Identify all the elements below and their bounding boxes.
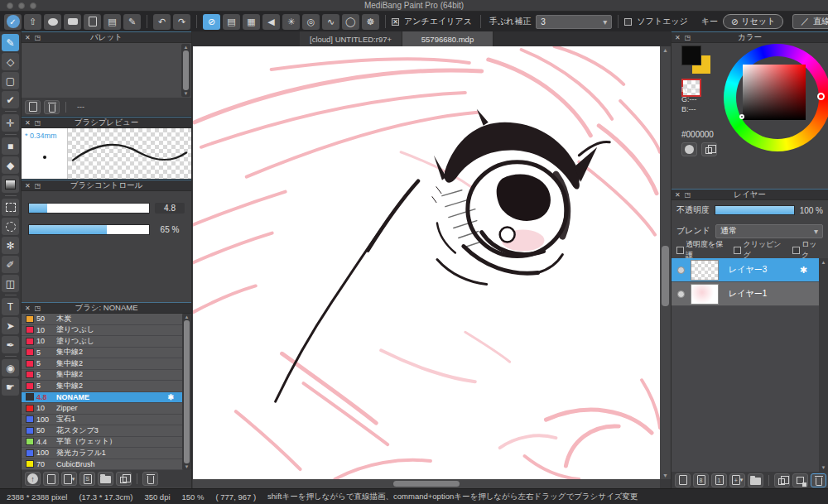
brush-list-item[interactable]: 10 塗りつぶし ✱ [22, 325, 182, 337]
magic-wand-tool[interactable]: ✻ [2, 237, 19, 254]
palette-swatch[interactable] [70, 46, 81, 55]
brush-folder-button[interactable] [98, 472, 113, 486]
script-brush-button[interactable]: S [79, 472, 95, 486]
canvas-vertical-scrollbar[interactable]: ▲ ▼ [660, 46, 671, 479]
layer-list-scrollbar[interactable]: ▲ ▼ [819, 258, 828, 472]
snap-vanishing-point-button[interactable]: ◀ [262, 14, 280, 30]
add-1bit-layer-button[interactable]: 1 [711, 473, 727, 487]
scroll-up-icon[interactable]: ▲ [184, 45, 189, 50]
brush-list-item[interactable]: 10 Zipper ✱ [22, 403, 182, 415]
slider-track[interactable] [28, 224, 150, 235]
layer-visibility-toggle[interactable] [677, 290, 685, 298]
snap-crosshatch-button[interactable]: ▦ [243, 14, 260, 30]
brush-list-item[interactable]: 4.8 NONAME ✱ [22, 392, 182, 404]
hand-tool[interactable]: ☛ [2, 378, 19, 396]
layer-row[interactable]: レイヤー3 ✱ [672, 258, 819, 282]
duplicate-layer-button[interactable] [774, 473, 790, 487]
brush-list-item[interactable]: 10 塗りつぶし ✱ [22, 336, 182, 348]
scroll-up-icon[interactable]: ▲ [662, 47, 668, 53]
palette-swatch[interactable] [94, 46, 104, 55]
delete-brush-button[interactable] [142, 472, 158, 486]
delete-layer-button[interactable] [811, 473, 826, 487]
brush-list-item[interactable]: 5 集中線2 ✱ [22, 381, 182, 392]
snap-concentric-button[interactable]: ◎ [302, 14, 320, 30]
publish-button[interactable]: ⇧ [24, 14, 41, 30]
edit-document-button[interactable]: ✎ [123, 14, 141, 30]
scroll-down-icon[interactable]: ▼ [821, 465, 826, 470]
foreground-color-swatch[interactable] [681, 46, 701, 65]
popout-icon[interactable]: ◳ [685, 34, 691, 41]
palette-dialog-button[interactable] [681, 142, 697, 156]
blend-mode-dropdown[interactable]: 通常 ▾ [715, 224, 823, 238]
close-icon[interactable]: ✕ [25, 182, 31, 190]
foreground-background-swatches[interactable] [681, 46, 711, 74]
antialias-checkbox[interactable]: ✕ [392, 18, 399, 26]
close-icon[interactable]: ✕ [675, 34, 681, 41]
control-point-tool[interactable]: ✔ [2, 91, 19, 108]
brush-list-item[interactable]: 5 集中線2 ✱ [22, 358, 182, 370]
layer-folder-button[interactable] [748, 473, 763, 487]
snap-off-button[interactable]: ⊘ [203, 14, 220, 30]
palette-swatch[interactable] [117, 46, 128, 55]
delete-palette-color-button[interactable] [44, 100, 60, 114]
bucket-tool[interactable]: ◆ [2, 156, 19, 174]
eraser-tool[interactable]: ◇ [2, 53, 19, 70]
select-lasso-tool[interactable] [2, 199, 19, 216]
upload-brush-button[interactable]: ↑ [25, 472, 41, 486]
select-rect-tool[interactable]: ■ [2, 137, 19, 155]
brush-list-scrollbar[interactable]: ▲ ▼ [182, 314, 191, 470]
figure-tool[interactable]: ▢ [2, 72, 19, 89]
popout-icon[interactable]: ◳ [35, 34, 41, 41]
chat-button[interactable] [64, 14, 81, 30]
protect-alpha-checkbox[interactable] [676, 247, 684, 254]
close-icon[interactable]: ✕ [25, 305, 31, 312]
scrollbar-thumb[interactable] [183, 50, 189, 90]
pen-tool[interactable]: ✒ [2, 336, 19, 353]
snap-ellipse-button[interactable]: ◯ [342, 14, 359, 30]
brush-list-item[interactable]: 50 花スタンプ3 ✱ [22, 425, 182, 437]
document-list-button[interactable]: ▤ [104, 14, 121, 30]
merge-layer-button[interactable] [792, 473, 808, 487]
palette-swatch[interactable] [47, 46, 58, 55]
palette-swatch[interactable] [105, 46, 116, 55]
palette-swatch[interactable] [128, 46, 139, 55]
brush-size-slider[interactable]: 4.8 [28, 203, 185, 214]
add-layer-menu-button[interactable]: +▾ [729, 473, 745, 487]
scroll-down-icon[interactable]: ▼ [184, 91, 189, 96]
popout-icon[interactable]: ◳ [35, 182, 41, 190]
canvas-horizontal-scrollbar[interactable] [193, 479, 660, 488]
scroll-down-icon[interactable]: ▼ [185, 464, 190, 469]
add-8bit-layer-button[interactable]: 8 [693, 473, 709, 487]
scroll-up-icon[interactable]: ▲ [821, 260, 826, 265]
popout-icon[interactable]: ◳ [35, 119, 41, 127]
scrollbar-thumb[interactable] [184, 320, 190, 463]
tab-55796680-mdp[interactable]: 55796680.mdp [402, 31, 493, 46]
brush-tool[interactable]: ✎ [2, 34, 19, 51]
add-palette-color-button[interactable] [25, 100, 41, 114]
popout-icon[interactable]: ◳ [35, 305, 41, 312]
brush-list-item[interactable]: 70 CubicBrush ✱ [22, 459, 182, 471]
scrollbar-thumb[interactable] [393, 481, 460, 487]
popout-icon[interactable]: ◳ [685, 191, 691, 199]
straight-line-button[interactable]: ／ 直線描画 [792, 14, 828, 29]
clipping-checkbox[interactable] [734, 247, 741, 254]
stabilization-dropdown[interactable]: 3 ▾ [536, 15, 612, 29]
reset-button[interactable]: ⊘ リセット [723, 14, 783, 29]
layer-row[interactable]: レイヤー1 ✱ [672, 282, 819, 306]
hue-indicator[interactable] [817, 93, 825, 100]
soft-edge-checkbox[interactable] [624, 18, 632, 26]
document-button[interactable] [84, 14, 101, 30]
add-layer-button[interactable] [675, 473, 691, 487]
drawing-canvas[interactable] [193, 46, 660, 479]
palette-scrollbar[interactable]: ▲ ▼ [181, 44, 190, 97]
gradient-tool[interactable] [2, 175, 19, 193]
select-eraser-tool[interactable]: ◫ [2, 275, 19, 292]
duplicate-brush-button[interactable] [116, 472, 132, 486]
comment-button[interactable] [44, 14, 61, 30]
cloud-save-button[interactable]: ✓ [4, 14, 22, 30]
snap-settings-button[interactable]: ☸ [362, 14, 379, 30]
layer-visibility-toggle[interactable] [677, 266, 685, 274]
close-icon[interactable]: ✕ [25, 34, 31, 41]
brush-list-item[interactable]: 100 宝石1 ✱ [22, 415, 182, 426]
layer-opacity-slider[interactable] [715, 205, 795, 215]
